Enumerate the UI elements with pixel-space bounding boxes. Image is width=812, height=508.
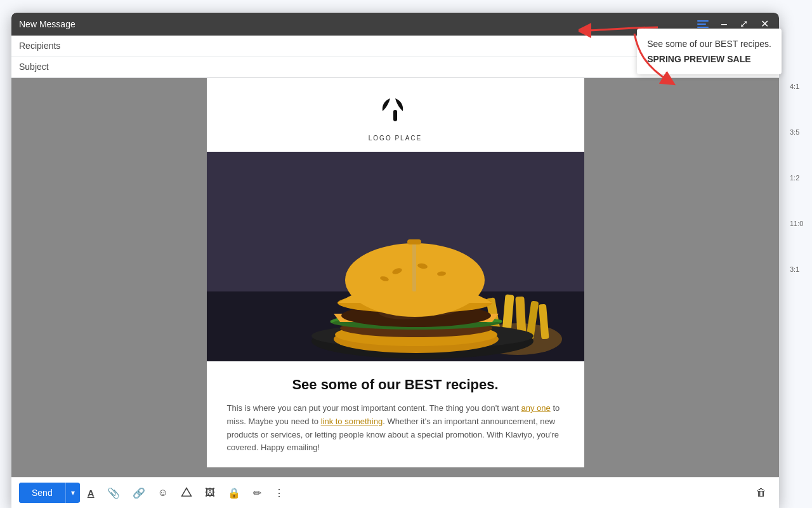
logo-text: LOGO PLACE [219,135,572,142]
subject-label: Subject [19,62,63,72]
list-icon-button[interactable] [695,19,711,29]
format-text-icon: A [88,488,95,498]
svg-rect-0 [393,110,397,121]
link-icon: 🔗 [133,487,145,499]
recipients-label: Recipients [19,41,63,51]
timestamp-3: 1:2 [790,174,809,182]
lock-button[interactable]: 🔒 [223,483,246,503]
email-body-text: This is where you can put your most impo… [227,402,564,455]
email-content-section: See some of our BEST recipes. This is wh… [207,361,584,467]
svg-rect-26 [407,239,421,244]
email-logo-section: LOGO PLACE [207,78,584,152]
body-text-1: This is where you can put your most impo… [227,403,521,413]
more-options-button[interactable]: ⋮ [269,483,289,503]
emoji-icon: ☺ [158,487,168,498]
email-preview: LOGO PLACE [207,78,584,467]
toolbar-left: Send ▾ A 📎 🔗 ☺ 🖼 [19,483,289,503]
red-arrow-2 [625,30,688,88]
list-icon-line-1 [697,20,709,22]
image-icon: 🖼 [205,487,215,498]
send-dropdown-button[interactable]: ▾ [66,483,80,502]
send-button[interactable]: Send [19,483,66,503]
list-icon-line-3 [697,27,709,28]
burger-illustration [207,152,584,361]
drive-icon [181,487,192,498]
pen-icon: ✏ [253,487,261,499]
timestamp-1: 4:1 [790,83,809,90]
format-text-button[interactable]: A [82,484,100,502]
timestamp-5: 3:1 [790,265,809,273]
list-icon-line-2 [697,23,706,25]
list-icon [697,20,709,28]
more-icon: ⋮ [274,487,284,499]
email-hero-image [207,152,584,361]
insert-link-button[interactable]: 🔗 [128,483,150,503]
lock-icon: 🔒 [228,487,240,499]
emoji-button[interactable]: ☺ [153,483,173,502]
timestamp-4: 11:0 [790,220,809,227]
compose-title: New Message [19,19,75,29]
insert-image-button[interactable]: 🖼 [200,483,220,502]
drive-button[interactable] [176,483,197,502]
compose-body: LOGO PLACE [11,78,779,477]
email-headline: See some of our BEST recipes. [227,377,564,393]
timestamps-area: 4:1 3:5 1:2 11:0 3:1 [787,76,812,457]
svg-rect-25 [412,241,416,291]
link-to-something[interactable]: link to something [321,417,383,426]
delete-icon: 🗑 [756,487,766,498]
signature-button[interactable]: ✏ [248,483,266,503]
timestamp-2: 3:5 [790,128,809,136]
any-one-link[interactable]: any one [521,403,551,413]
logo-svg [376,93,414,128]
compose-toolbar: Send ▾ A 📎 🔗 ☺ 🖼 [11,477,779,508]
toolbar-right: 🗑 [751,483,771,502]
attach-file-button[interactable]: 📎 [102,483,125,503]
attach-icon: 📎 [107,487,120,499]
delete-draft-button[interactable]: 🗑 [751,483,771,502]
send-button-group: Send ▾ [19,483,80,503]
